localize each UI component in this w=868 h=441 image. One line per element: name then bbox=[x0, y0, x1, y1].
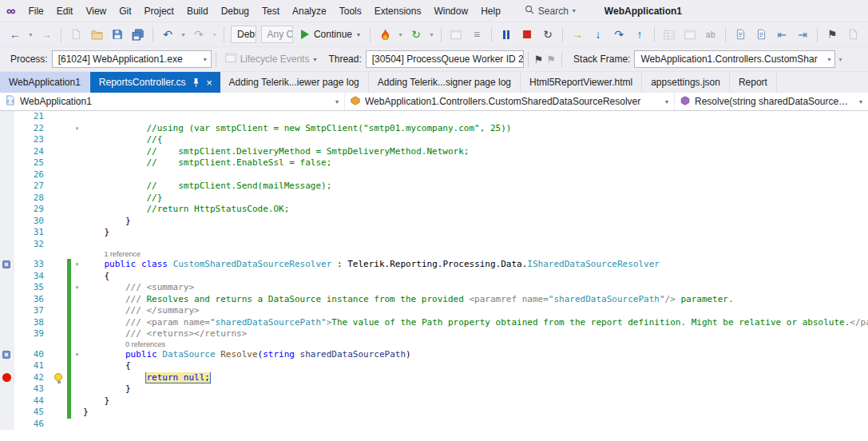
code-text[interactable]: //{ bbox=[83, 134, 868, 146]
solution-configurations-combo[interactable]: Debug▾ bbox=[231, 26, 256, 43]
flag-threads-icon[interactable]: ⚑ bbox=[534, 54, 544, 66]
quick-info-icon[interactable] bbox=[751, 25, 771, 44]
code-line[interactable]: 22▾ //using (var smtpClient = new SmtpCl… bbox=[0, 123, 868, 135]
code-text[interactable] bbox=[83, 111, 868, 123]
close-icon[interactable]: × bbox=[204, 77, 216, 88]
show-next-statement-icon[interactable]: → bbox=[568, 25, 587, 44]
code-line[interactable]: 31 } bbox=[0, 227, 868, 239]
breakpoint-margin[interactable] bbox=[0, 123, 14, 135]
search-control[interactable]: Search ▾ bbox=[520, 2, 581, 19]
breakpoint-margin[interactable] bbox=[0, 204, 14, 216]
member-list-icon[interactable] bbox=[731, 25, 750, 44]
fold-collapse-icon[interactable]: ▾ bbox=[76, 261, 79, 267]
step-out-icon[interactable]: ↑ bbox=[630, 25, 649, 44]
breakpoint-margin[interactable] bbox=[0, 111, 14, 123]
menu-debug[interactable]: Debug bbox=[215, 2, 256, 21]
save-all-icon[interactable] bbox=[129, 25, 148, 44]
code-text[interactable]: /// <param name="sharedDataSourcePath">T… bbox=[83, 317, 868, 329]
breakpoint-margin[interactable] bbox=[0, 146, 14, 158]
breakpoint-margin[interactable] bbox=[0, 259, 14, 271]
code-text[interactable]: } bbox=[83, 383, 868, 395]
code-text[interactable]: /// Resolves and returns a DataSource in… bbox=[83, 294, 868, 306]
tab-adding-telerik-signer-page-log[interactable]: Adding Telerik...signer page log bbox=[369, 72, 521, 93]
code-text[interactable]: /// </summary> bbox=[83, 305, 868, 317]
menu-window[interactable]: Window bbox=[427, 2, 474, 21]
menu-tools[interactable]: Tools bbox=[333, 2, 368, 21]
lifecycle-events-button[interactable]: Lifecycle Events ▾ bbox=[220, 50, 322, 69]
hot-reload-dropdown-icon[interactable]: ▾ bbox=[396, 25, 405, 44]
breadcrumb-project-dropdown[interactable]: WebApplication1 ▾ bbox=[0, 93, 345, 110]
restart-application-dropdown-icon[interactable]: ▾ bbox=[427, 25, 436, 44]
break-all-icon[interactable] bbox=[497, 25, 516, 44]
breakpoint-margin[interactable] bbox=[0, 317, 14, 329]
breakpoint-margin[interactable] bbox=[0, 294, 14, 306]
breakpoints-window-icon[interactable] bbox=[660, 25, 679, 44]
code-text[interactable]: } bbox=[83, 216, 868, 228]
code-text[interactable]: // smtpClient.DeliveryMethod = SmtpDeliv… bbox=[83, 146, 868, 158]
codelens-row[interactable]: 0 references bbox=[0, 340, 868, 349]
margin-glyph[interactable] bbox=[2, 351, 10, 359]
code-text[interactable]: //return HttpStatusCode.OK; bbox=[83, 204, 868, 216]
code-line[interactable]: 28 //} bbox=[0, 193, 868, 205]
code-text[interactable] bbox=[83, 169, 868, 181]
undo-dropdown-icon[interactable]: ▾ bbox=[179, 25, 188, 44]
output-window-icon[interactable] bbox=[680, 25, 700, 44]
increase-indent-icon[interactable]: ⇥ bbox=[793, 25, 812, 44]
code-line[interactable]: 37 /// </summary> bbox=[0, 305, 868, 317]
save-icon[interactable] bbox=[108, 25, 127, 44]
tab-html5reportviewer-html[interactable]: Html5ReportViewer.html bbox=[521, 72, 642, 93]
new-file-icon[interactable] bbox=[66, 25, 85, 44]
redo-dropdown-icon[interactable]: ▾ bbox=[210, 25, 219, 44]
codelens-row[interactable]: 1 reference bbox=[0, 250, 868, 259]
nav-forward-icon[interactable]: → bbox=[37, 25, 56, 44]
breakpoint-margin[interactable] bbox=[0, 395, 14, 407]
fold-collapse-icon[interactable]: ▾ bbox=[76, 125, 79, 131]
code-editor[interactable]: 2122▾ //using (var smtpClient = new Smtp… bbox=[0, 111, 868, 441]
breakpoint-margin[interactable] bbox=[0, 216, 14, 228]
thread-combo[interactable]: [30504] ProcessQueue Worker ID 2 ▾ bbox=[366, 50, 524, 68]
code-line[interactable]: 43 } bbox=[0, 383, 868, 395]
code-text[interactable]: /// <summary> bbox=[83, 282, 868, 294]
breakpoint-margin[interactable] bbox=[0, 271, 14, 283]
code-text[interactable]: // smtpClient.EnableSsl = false; bbox=[83, 157, 868, 169]
code-line[interactable]: 44 } bbox=[0, 395, 868, 407]
code-text[interactable]: } bbox=[83, 227, 868, 239]
fold-collapse-icon[interactable]: ▾ bbox=[76, 284, 79, 290]
codelens-references[interactable]: 0 references bbox=[83, 340, 868, 349]
breakpoint-margin[interactable] bbox=[0, 360, 14, 372]
code-line[interactable]: 35▾ /// <summary> bbox=[0, 282, 868, 294]
diagnostics-window-icon[interactable] bbox=[446, 25, 466, 44]
tab-reportscontroller-cs[interactable]: ReportsController.cs× bbox=[90, 72, 220, 93]
breakpoint-margin[interactable] bbox=[0, 181, 14, 193]
code-line[interactable]: 24 // smtpClient.DeliveryMethod = SmtpDe… bbox=[0, 146, 868, 158]
code-text[interactable]: { bbox=[83, 271, 868, 283]
breakpoint-margin[interactable] bbox=[0, 419, 14, 431]
breakpoint-margin[interactable] bbox=[0, 383, 14, 395]
breakpoint-margin[interactable] bbox=[0, 227, 14, 239]
menu-git[interactable]: Git bbox=[113, 2, 137, 21]
breakpoint-margin[interactable] bbox=[0, 328, 14, 340]
code-text[interactable]: // smtpClient.Send(mailMessage); bbox=[83, 181, 868, 193]
code-line[interactable]: 23 //{ bbox=[0, 134, 868, 146]
show-flagged-threads-only-icon[interactable]: ⚑ bbox=[546, 54, 556, 66]
breakpoint-margin[interactable] bbox=[0, 349, 14, 361]
code-line[interactable]: 34 { bbox=[0, 271, 868, 283]
breakpoint-margin[interactable] bbox=[0, 193, 14, 205]
glyph-margin[interactable] bbox=[0, 340, 14, 349]
menu-extensions[interactable]: Extensions bbox=[368, 2, 428, 21]
stop-debugging-icon[interactable] bbox=[517, 25, 537, 44]
tab-adding-telerik-iewer-page-log[interactable]: Adding Telerik...iewer page log bbox=[220, 72, 369, 93]
code-line[interactable]: 32 bbox=[0, 239, 868, 251]
codelens-references[interactable]: 1 reference bbox=[83, 250, 868, 259]
code-line[interactable]: 40▾ public DataSource Resolve(string sha… bbox=[0, 349, 868, 361]
tab-webapplication1[interactable]: WebApplication1 bbox=[0, 72, 90, 93]
breakpoint-margin[interactable] bbox=[0, 407, 14, 419]
breakpoint-margin[interactable] bbox=[0, 282, 14, 294]
menu-edit[interactable]: Edit bbox=[50, 2, 80, 21]
debug-windows-dropdown-icon[interactable]: ≡ bbox=[467, 25, 486, 44]
toolbar-overflow-icon[interactable]: ▾ bbox=[838, 56, 842, 63]
tab-appsettings-json[interactable]: appsettings.json bbox=[642, 72, 730, 93]
breakpoint-margin[interactable] bbox=[0, 372, 14, 384]
menu-analyze[interactable]: Analyze bbox=[286, 2, 333, 21]
restart-application-icon[interactable]: ↻ bbox=[406, 25, 426, 44]
